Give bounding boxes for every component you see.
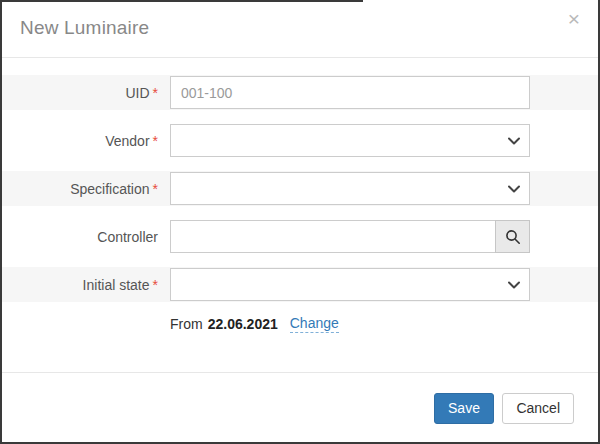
specification-label: Specification* [2, 181, 158, 197]
form-row-specification: Specification* [2, 171, 598, 206]
required-asterisk: * [153, 85, 158, 101]
form-row-uid: UID* [2, 75, 598, 110]
save-button[interactable]: Save [434, 393, 494, 424]
valid-from-row: From 22.06.2021 Change [170, 315, 598, 333]
required-asterisk: * [153, 133, 158, 149]
uid-label: UID* [2, 85, 158, 101]
new-luminaire-dialog: New Luminaire × UID* Vendor* Specificati… [0, 0, 600, 444]
controller-search-button[interactable] [495, 220, 530, 253]
required-asterisk: * [153, 181, 158, 197]
from-date: 22.06.2021 [208, 316, 278, 332]
controller-input[interactable] [170, 220, 496, 253]
top-border-gap [363, 0, 598, 2]
uid-input[interactable] [170, 76, 530, 109]
dialog-title: New Luminaire [20, 17, 149, 39]
form-row-controller: Controller [2, 219, 598, 254]
chevron-down-icon [508, 185, 520, 193]
controller-label: Controller [2, 229, 158, 245]
initial-state-label: Initial state* [2, 277, 158, 293]
vendor-select[interactable] [170, 124, 530, 157]
required-asterisk: * [153, 277, 158, 293]
form-row-initial-state: Initial state* [2, 267, 598, 302]
search-icon [505, 229, 521, 245]
chevron-down-icon [508, 281, 520, 289]
form-row-vendor: Vendor* [2, 123, 598, 158]
dialog-body: UID* Vendor* Specification* [2, 58, 598, 333]
dialog-header: New Luminaire × [2, 2, 598, 58]
dialog-footer: Save Cancel [2, 372, 598, 442]
specification-select[interactable] [170, 172, 530, 205]
change-date-link[interactable]: Change [290, 315, 339, 333]
from-label: From [170, 316, 203, 332]
cancel-button[interactable]: Cancel [502, 393, 574, 424]
close-icon[interactable]: × [564, 4, 584, 33]
chevron-down-icon [508, 137, 520, 145]
initial-state-select[interactable] [170, 268, 530, 301]
vendor-label: Vendor* [2, 133, 158, 149]
